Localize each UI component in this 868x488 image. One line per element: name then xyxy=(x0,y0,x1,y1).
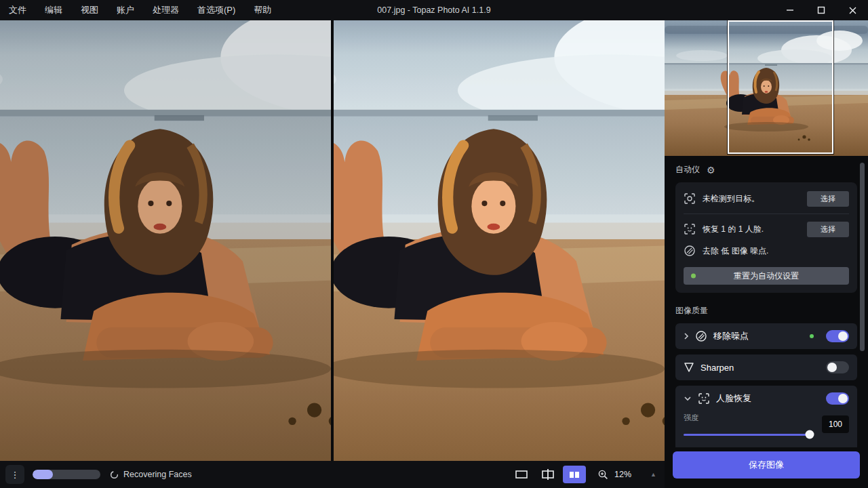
minimize-button[interactable] xyxy=(774,0,806,20)
side-by-side-view-button[interactable] xyxy=(563,466,586,483)
denoise-card: 移除噪点 xyxy=(675,323,857,349)
zoom-magnifier-icon xyxy=(598,470,608,480)
denoise-active-dot xyxy=(810,334,814,338)
face-crop-icon xyxy=(684,223,696,235)
select-target-button[interactable]: 选择 xyxy=(807,191,849,207)
strength-slider-knob[interactable] xyxy=(806,430,814,439)
menu-file[interactable]: 文件 xyxy=(9,4,26,16)
reset-autopilot-label: 重置为自动仪设置 xyxy=(734,271,799,281)
settings-scroll-area: 自动仪 ⚙ 未检测到目标。 选择 xyxy=(665,156,868,447)
menu-processor[interactable]: 处理器 xyxy=(153,4,179,16)
chevron-down-icon[interactable] xyxy=(684,396,692,401)
save-image-button[interactable]: 保存图像 xyxy=(673,451,860,479)
before-image-pane[interactable] xyxy=(0,20,331,461)
image-quality-header: 图像质量 xyxy=(675,305,857,317)
zoom-dropdown-caret-icon[interactable]: ▲ xyxy=(650,471,656,478)
face-recovery-label: 人脸恢复 xyxy=(716,392,751,405)
face-crop-icon xyxy=(698,392,710,405)
navigator-thumbnail[interactable] xyxy=(665,20,868,156)
split-view-button[interactable] xyxy=(536,466,559,483)
face-recovery-card: 人脸恢复 强度 xyxy=(675,386,857,447)
beach-photo xyxy=(0,20,331,461)
panel-scrollbar[interactable] xyxy=(860,163,865,351)
side-by-side-view-icon xyxy=(569,471,580,479)
no-target-text: 未检测到目标。 xyxy=(703,193,760,205)
chevron-right-icon[interactable] xyxy=(684,332,689,340)
strength-slider-fill xyxy=(684,434,810,436)
target-crop-icon xyxy=(684,192,696,205)
denoise-toggle[interactable] xyxy=(826,330,849,342)
statusbar: ⋮ Recovering Faces xyxy=(0,461,665,488)
noise-icon xyxy=(684,245,696,257)
sharpen-icon xyxy=(684,362,694,373)
autopilot-noise-row: 去除 低 图像 噪点. xyxy=(684,243,849,259)
comparison-viewer xyxy=(0,20,665,461)
autopilot-faces-row: 恢复 1 的 1 人脸. 选择 xyxy=(684,221,849,237)
overflow-menu-button[interactable]: ⋮ xyxy=(5,465,24,484)
autopilot-card: 未检测到目标。 选择 恢复 1 的 1 人脸. 选择 xyxy=(675,182,857,293)
navigator-viewport-box[interactable] xyxy=(728,20,833,154)
menu-preferences[interactable]: 首选项(P) xyxy=(197,4,235,16)
single-view-button[interactable] xyxy=(510,466,533,483)
menubar: 文件 编辑 视图 账户 处理器 首选项(P) 帮助 xyxy=(0,4,271,16)
select-faces-button[interactable]: 选择 xyxy=(807,222,849,237)
save-area: 保存图像 xyxy=(665,447,868,488)
close-icon xyxy=(848,6,857,15)
app-window: 007.jpg - Topaz Photo AI 1.1.9 文件 编辑 视图 … xyxy=(0,0,868,488)
denoise-label: 移除噪点 xyxy=(713,330,749,342)
remove-noise-text: 去除 低 图像 噪点. xyxy=(703,245,768,257)
minimize-icon xyxy=(786,6,794,14)
menu-help[interactable]: 帮助 xyxy=(254,4,271,16)
window-controls xyxy=(774,0,868,20)
right-panel: 自动仪 ⚙ 未检测到目标。 选择 xyxy=(665,20,868,488)
reset-autopilot-button[interactable]: 重置为自动仪设置 xyxy=(684,267,849,285)
noise-icon xyxy=(695,330,707,342)
menu-view[interactable]: 视图 xyxy=(81,4,98,16)
gear-icon[interactable]: ⚙ xyxy=(707,165,715,175)
after-image-pane[interactable] xyxy=(334,20,665,461)
strength-slider[interactable] xyxy=(684,430,814,439)
divider xyxy=(684,214,849,214)
green-status-dot xyxy=(691,274,696,279)
sharpen-toggle[interactable] xyxy=(826,361,849,373)
split-view-icon xyxy=(542,469,554,480)
maximize-icon xyxy=(817,6,825,14)
view-mode-buttons xyxy=(510,466,586,483)
kebab-icon: ⋮ xyxy=(11,470,20,480)
close-button[interactable] xyxy=(837,0,868,20)
menu-account[interactable]: 账户 xyxy=(117,4,134,16)
progress-bar xyxy=(33,470,100,479)
single-view-icon xyxy=(515,470,528,479)
autopilot-target-row: 未检测到目标。 选择 xyxy=(684,190,849,207)
maximize-button[interactable] xyxy=(806,0,837,20)
face-recovery-toggle[interactable] xyxy=(826,392,849,405)
sharpen-card: Sharpen xyxy=(675,354,857,380)
beach-photo xyxy=(334,20,665,461)
status-text: Recovering Faces xyxy=(123,470,192,479)
menu-edit[interactable]: 编辑 xyxy=(45,4,62,16)
sharpen-label: Sharpen xyxy=(701,363,734,373)
progress-fill xyxy=(33,470,53,479)
titlebar: 007.jpg - Topaz Photo AI 1.1.9 文件 编辑 视图 … xyxy=(0,0,868,20)
spinner-icon xyxy=(110,470,119,479)
strength-value-box[interactable]: 100 xyxy=(822,415,849,433)
autopilot-title: 自动仪 xyxy=(675,164,700,176)
faces-detected-text: 恢复 1 的 1 人脸. xyxy=(703,224,764,235)
zoom-control[interactable]: 12% ▲ xyxy=(598,470,656,480)
strength-label: 强度 xyxy=(684,413,814,423)
zoom-percentage[interactable]: 12% xyxy=(614,470,633,479)
